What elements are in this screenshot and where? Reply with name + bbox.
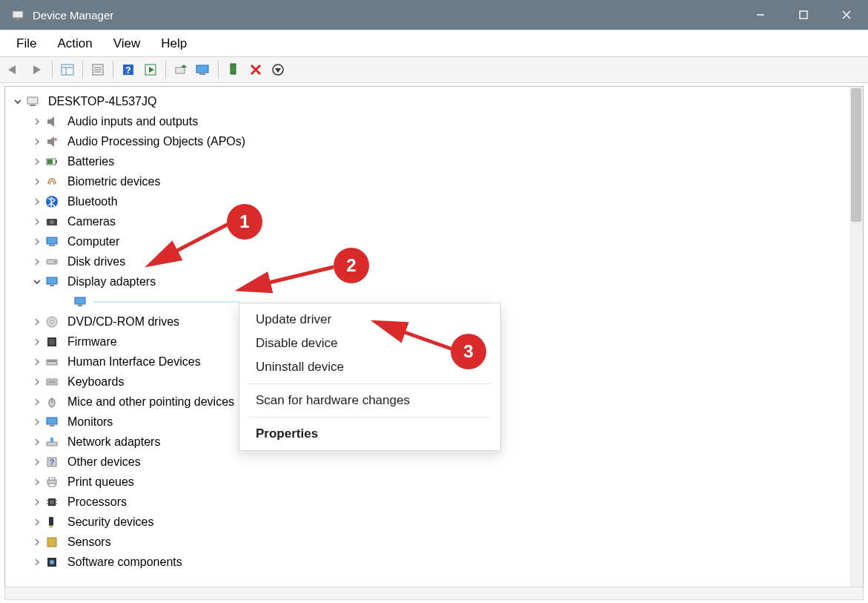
svg-marker-18	[149, 67, 154, 73]
toolbar-help-button[interactable]: ?	[118, 59, 139, 80]
tree-category-node[interactable]: Print queues	[8, 472, 847, 492]
toolbar-properties-button[interactable]	[87, 59, 108, 80]
chevron-right-icon[interactable]	[30, 556, 44, 569]
toolbar-back-button[interactable]	[4, 59, 25, 80]
context-menu-scan-hardware[interactable]: Scan for hardware changes	[239, 389, 500, 412]
tree-category-node[interactable]: Cameras	[8, 211, 847, 231]
tree-node-label: Network adapters	[64, 435, 163, 449]
chevron-right-icon[interactable]	[30, 195, 44, 208]
tree-category-node[interactable]: Audio Processing Objects (APOs)	[8, 131, 847, 151]
tree-node-label: Sensors	[64, 535, 114, 550]
tree-root-node[interactable]: DESKTOP-4L537JQ	[8, 91, 847, 111]
chevron-right-icon[interactable]	[30, 515, 44, 529]
tree-category-node[interactable]: Sensors	[8, 532, 847, 552]
tree-category-node[interactable]: ?Other devices	[8, 452, 847, 472]
svg-rect-30	[30, 105, 36, 106]
tree-category-node[interactable]: Computer	[8, 231, 847, 251]
svg-rect-22	[199, 73, 205, 75]
chevron-right-icon[interactable]	[30, 455, 44, 469]
chevron-right-icon[interactable]	[30, 135, 44, 148]
chevron-right-icon[interactable]	[30, 375, 44, 389]
chevron-down-icon[interactable]	[11, 95, 24, 108]
tree-node-label: Firmware	[64, 335, 120, 349]
tree-category-node[interactable]: Bluetooth	[8, 191, 847, 211]
toolbar-uninstall-button[interactable]	[268, 59, 288, 80]
titlebar: Device Manager	[0, 0, 868, 30]
tree-node-label: Computer	[64, 234, 122, 249]
menu-file[interactable]: File	[6, 33, 47, 54]
chevron-right-icon[interactable]	[30, 115, 44, 128]
window-title: Device Manager	[33, 9, 113, 22]
toolbar-action-button[interactable]	[140, 59, 161, 80]
svg-rect-74	[49, 517, 53, 526]
chevron-right-icon[interactable]	[30, 235, 44, 248]
app-icon	[10, 7, 25, 22]
toolbar-disable-button[interactable]	[245, 59, 266, 80]
tree-category-node[interactable]: Disk drives	[8, 251, 847, 271]
tree-node-label: Audio Processing Objects (APOs)	[64, 134, 248, 149]
tree-category-node[interactable]: Batteries	[8, 151, 847, 171]
close-button[interactable]	[825, 0, 868, 30]
chevron-right-icon[interactable]	[30, 315, 44, 329]
context-menu-properties[interactable]: Properties	[239, 422, 500, 446]
svg-marker-31	[47, 116, 54, 127]
window-buttons	[739, 0, 868, 30]
display-adapter-icon	[72, 294, 88, 310]
chevron-right-icon[interactable]	[30, 475, 44, 489]
minimize-button[interactable]	[739, 0, 782, 30]
svg-rect-59	[47, 418, 57, 424]
chevron-right-icon[interactable]	[30, 175, 44, 188]
svg-marker-20	[181, 65, 187, 67]
tree-node-label: Other devices	[64, 455, 144, 469]
toolbar-show-hide-tree-button[interactable]	[57, 59, 78, 80]
chevron-right-icon[interactable]	[30, 215, 44, 228]
svg-text:?: ?	[50, 458, 54, 467]
vertical-scrollbar[interactable]	[849, 87, 863, 589]
svg-rect-66	[49, 478, 55, 480]
chevron-down-icon[interactable]	[30, 275, 44, 289]
tree-node-label: Bluetooth	[64, 194, 121, 209]
svg-point-39	[50, 220, 54, 224]
menu-help[interactable]: Help	[150, 33, 197, 54]
svg-rect-53	[47, 360, 56, 362]
toolbar-update-driver-button[interactable]	[170, 59, 191, 80]
svg-point-75	[50, 525, 53, 528]
svg-rect-54	[47, 379, 57, 385]
svg-rect-67	[49, 484, 55, 487]
chevron-right-icon[interactable]	[30, 355, 44, 369]
chevron-right-icon[interactable]	[30, 395, 44, 409]
tree-node-label: Biometric devices	[64, 174, 163, 189]
tree-category-node[interactable]: Biometric devices	[8, 171, 847, 191]
menu-action[interactable]: Action	[47, 33, 102, 54]
svg-marker-28	[275, 68, 281, 73]
svg-point-78	[50, 560, 54, 564]
chevron-right-icon[interactable]	[30, 495, 44, 509]
chevron-right-icon[interactable]	[30, 435, 44, 449]
tree-category-node[interactable]: Processors	[8, 492, 847, 512]
tree-category-node[interactable]: Security devices	[8, 512, 847, 532]
context-menu-update-driver[interactable]: Update driver	[239, 308, 500, 332]
toolbar-scan-monitor-button[interactable]	[193, 59, 213, 80]
tree-node-label: Mice and other pointing devices	[64, 395, 237, 409]
tree-node-label: Audio inputs and outputs	[64, 114, 201, 129]
chevron-right-icon[interactable]	[30, 255, 44, 268]
toolbar-enable-button[interactable]	[223, 59, 244, 80]
keyboard-icon	[44, 374, 60, 390]
maximize-button[interactable]	[782, 0, 825, 30]
tree-node-label: Processors	[64, 495, 130, 510]
tree-node-label: Batteries	[64, 154, 117, 169]
hid-icon	[44, 354, 60, 370]
svg-rect-46	[75, 297, 85, 304]
svg-marker-7	[33, 65, 41, 74]
chevron-right-icon[interactable]	[30, 536, 44, 549]
chevron-right-icon[interactable]	[30, 335, 44, 349]
tree-category-node[interactable]: Software components	[8, 552, 847, 572]
menu-view[interactable]: View	[103, 33, 151, 54]
tree-category-node[interactable]: Audio inputs and outputs	[8, 111, 847, 131]
chevron-right-icon[interactable]	[30, 415, 44, 429]
chevron-right-icon[interactable]	[30, 155, 44, 168]
toolbar-forward-button[interactable]	[27, 59, 47, 80]
security-icon	[44, 514, 60, 530]
tree-category-node[interactable]: Display adapters	[8, 271, 847, 291]
scrollbar-thumb[interactable]	[851, 88, 861, 222]
